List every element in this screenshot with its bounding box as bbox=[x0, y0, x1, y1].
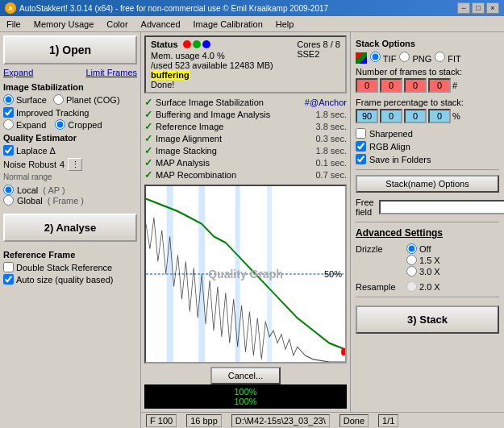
auto-size-checkbox[interactable] bbox=[3, 274, 14, 285]
reference-frame-title: Reference Frame bbox=[3, 250, 137, 260]
double-stack-row[interactable]: Double Stack Reference bbox=[3, 262, 137, 272]
process-item-2: ✓ Reference Image 3.8 sec. bbox=[144, 121, 347, 132]
expand-cropped-row: Expand Cropped bbox=[3, 119, 137, 130]
num-frames-input-3[interactable] bbox=[428, 78, 451, 93]
tif-radio[interactable] bbox=[370, 52, 381, 62]
bottom-status-bar: F 100 16 bpp D:\M42-15s\23_03_23\ Done 1… bbox=[141, 412, 504, 428]
menu-help[interactable]: Help bbox=[273, 19, 298, 30]
free-field-row: Free field bbox=[356, 197, 499, 217]
top-right: Status Mem. usage 4.0 % /used 523 availa… bbox=[141, 32, 504, 412]
tif-label: TIF bbox=[383, 54, 397, 64]
menu-file[interactable]: File bbox=[3, 19, 24, 30]
resample-20-radio[interactable] bbox=[406, 281, 417, 292]
expand-link[interactable]: Expand bbox=[3, 68, 33, 77]
free-field-input[interactable] bbox=[379, 200, 504, 214]
limit-frames-link[interactable]: Limit Frames bbox=[85, 68, 137, 77]
menu-memory-usage[interactable]: Memory Usage bbox=[31, 19, 98, 30]
noise-stepper[interactable]: ⋮ bbox=[68, 158, 82, 171]
frame-pct-input-2[interactable] bbox=[404, 109, 427, 123]
cropped-radio-row[interactable]: Cropped bbox=[55, 119, 102, 130]
process-value-3: 0.3 sec. bbox=[315, 134, 347, 143]
status-left: Status Mem. usage 4.0 % /used 523 availa… bbox=[151, 39, 297, 89]
drizzle-30-radio[interactable] bbox=[406, 266, 417, 276]
stack-button[interactable]: 3) Stack bbox=[356, 305, 499, 334]
analyse-button[interactable]: 2) Analyse bbox=[3, 214, 137, 242]
frame-pct-input-3[interactable] bbox=[428, 109, 451, 123]
planet-radio-row[interactable]: Planet (COG) bbox=[53, 94, 120, 105]
planet-label: Planet (COG) bbox=[66, 95, 120, 105]
close-button[interactable]: × bbox=[486, 2, 499, 14]
drizzle-15-label: 1.5 X bbox=[419, 256, 440, 265]
local-global-section: Local ( AP ) Global ( Frame ) bbox=[3, 185, 137, 206]
surface-radio-row[interactable]: Surface bbox=[3, 94, 47, 105]
drizzle-15-row[interactable]: 1.5 X bbox=[406, 255, 440, 265]
save-in-folders-checkbox[interactable] bbox=[356, 154, 366, 164]
rgb-align-checkbox[interactable] bbox=[356, 141, 366, 152]
menu-advanced[interactable]: Advanced bbox=[138, 19, 184, 30]
check-icon-4: ✓ bbox=[144, 145, 152, 156]
maximize-button[interactable]: □ bbox=[472, 2, 485, 14]
fit-radio[interactable] bbox=[435, 52, 445, 62]
cores-text: Cores 8 / 8 bbox=[297, 39, 340, 49]
global-row[interactable]: Global ( Frame ) bbox=[3, 195, 137, 206]
process-value-4: 1.8 sec. bbox=[315, 146, 347, 156]
resample-20-row[interactable]: 2.0 X bbox=[406, 281, 440, 292]
save-in-folders-row[interactable]: Save in Folders bbox=[356, 154, 499, 164]
open-button[interactable]: 1) Open bbox=[3, 35, 137, 64]
process-name-3: Image Alignment bbox=[156, 134, 312, 143]
window-controls[interactable]: − □ × bbox=[457, 2, 499, 14]
fit-radio-row[interactable]: FIT bbox=[435, 52, 461, 64]
png-radio[interactable] bbox=[399, 52, 410, 62]
percent-label: 50% bbox=[324, 269, 342, 279]
auto-size-row[interactable]: Auto size (quality based) bbox=[3, 274, 137, 285]
minimize-button[interactable]: − bbox=[457, 2, 470, 14]
surface-radio[interactable] bbox=[3, 94, 14, 105]
cancel-btn-row: Cancel... bbox=[144, 367, 347, 384]
check-icon-3: ✓ bbox=[144, 133, 152, 144]
improved-tracking-row[interactable]: Improved Tracking bbox=[3, 107, 137, 118]
drizzle-15-radio[interactable] bbox=[406, 255, 417, 265]
local-row[interactable]: Local ( AP ) bbox=[3, 185, 137, 195]
status-right: Cores 8 / 8 SSE2 bbox=[297, 39, 340, 59]
drizzle-30-row[interactable]: 3.0 X bbox=[406, 266, 440, 276]
double-stack-checkbox[interactable] bbox=[3, 262, 14, 272]
drizzle-off-radio[interactable] bbox=[406, 243, 417, 254]
frame-pct-input-1[interactable] bbox=[380, 109, 402, 123]
cropped-radio[interactable] bbox=[55, 119, 65, 130]
laplace-checkbox[interactable] bbox=[3, 145, 14, 156]
expand-radio-row[interactable]: Expand bbox=[3, 119, 46, 130]
planet-radio[interactable] bbox=[53, 94, 64, 105]
menu-bar: File Memory Usage Color Advanced Image C… bbox=[0, 16, 504, 32]
rgb-align-label: RGB Align bbox=[369, 142, 410, 152]
improved-tracking-label: Improved Tracking bbox=[16, 108, 89, 118]
stack-name-button[interactable]: Stack(name) Options bbox=[356, 175, 499, 193]
sharpened-row[interactable]: Sharpened bbox=[356, 128, 499, 139]
stabilization-radio-group: Surface Planet (COG) bbox=[3, 94, 137, 105]
improved-tracking-checkbox[interactable] bbox=[3, 107, 14, 118]
png-radio-row[interactable]: PNG bbox=[399, 52, 431, 64]
menu-color[interactable]: Color bbox=[103, 19, 131, 30]
cancel-button[interactable]: Cancel... bbox=[210, 367, 281, 384]
right-panel: Status Mem. usage 4.0 % /used 523 availa… bbox=[141, 32, 504, 428]
expand-radio[interactable] bbox=[3, 119, 14, 130]
red-dot bbox=[183, 40, 191, 48]
drizzle-label: Drizzle bbox=[356, 244, 400, 254]
menu-image-calibration[interactable]: Image Calibration bbox=[190, 19, 266, 30]
num-frames-input-2[interactable] bbox=[404, 78, 427, 93]
num-frames-input-0[interactable] bbox=[356, 78, 378, 93]
num-frames-input-1[interactable] bbox=[380, 78, 402, 93]
resample-label: Resample bbox=[356, 282, 400, 292]
sharpened-checkbox[interactable] bbox=[356, 128, 366, 139]
status-page-info: 1/1 bbox=[378, 414, 398, 427]
laplace-row[interactable]: Laplace Δ bbox=[3, 145, 137, 156]
tif-radio-row[interactable]: TIF bbox=[370, 52, 396, 64]
expand-limit-row: Expand Limit Frames bbox=[3, 68, 137, 77]
global-radio[interactable] bbox=[3, 195, 14, 206]
image-stabilization-title: Image Stabilization bbox=[3, 82, 137, 92]
local-radio[interactable] bbox=[3, 185, 14, 195]
resample-20-label: 2.0 X bbox=[419, 282, 440, 292]
drizzle-off-row[interactable]: Off bbox=[406, 243, 440, 254]
title-bar: A AutoStakkert! 3.0.14 (x64) - free for … bbox=[0, 0, 504, 16]
rgb-align-row[interactable]: RGB Align bbox=[356, 141, 499, 152]
frame-pct-input-0[interactable] bbox=[356, 109, 378, 123]
